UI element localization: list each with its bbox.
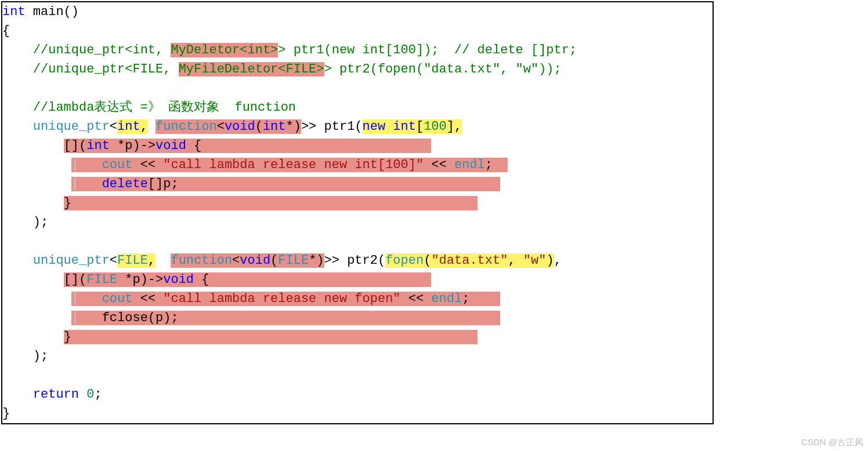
keyword-int: int	[2, 5, 26, 19]
comment-lambda: //lambda表达式 =》 函数对象 function	[33, 100, 296, 115]
text: );	[2, 349, 48, 363]
brace-close: }	[2, 406, 10, 421]
keyword-return: return	[33, 387, 79, 402]
highlight-lambda1: [](int *p)->void {	[64, 139, 432, 153]
comment: //unique_ptr<int,	[33, 43, 171, 57]
highlight-mydeletor: MyDeletor<int>	[171, 43, 278, 57]
highlight-lambda2: [](FILE *p)->void {	[64, 272, 432, 287]
text: main()	[26, 5, 79, 19]
type-uniqueptr: unique_ptr	[33, 253, 110, 268]
comment: > ptr2(fopen("data.txt", "w"));	[324, 62, 562, 77]
code-block: int main() { //unique_ptr<int, MyDeletor…	[2, 2, 713, 423]
code-frame: int main() { //unique_ptr<int, MyDeletor…	[1, 1, 714, 424]
comment: > ptr1(new int[100]); // delete []ptr;	[278, 43, 577, 57]
brace-open: {	[2, 24, 10, 38]
highlight-myfiledeletor: MyFileDeletor<FILE>	[179, 62, 324, 77]
type-uniqueptr: unique_ptr	[33, 119, 110, 134]
text: );	[2, 215, 48, 230]
comment: //unique_ptr<FILE,	[33, 62, 179, 77]
